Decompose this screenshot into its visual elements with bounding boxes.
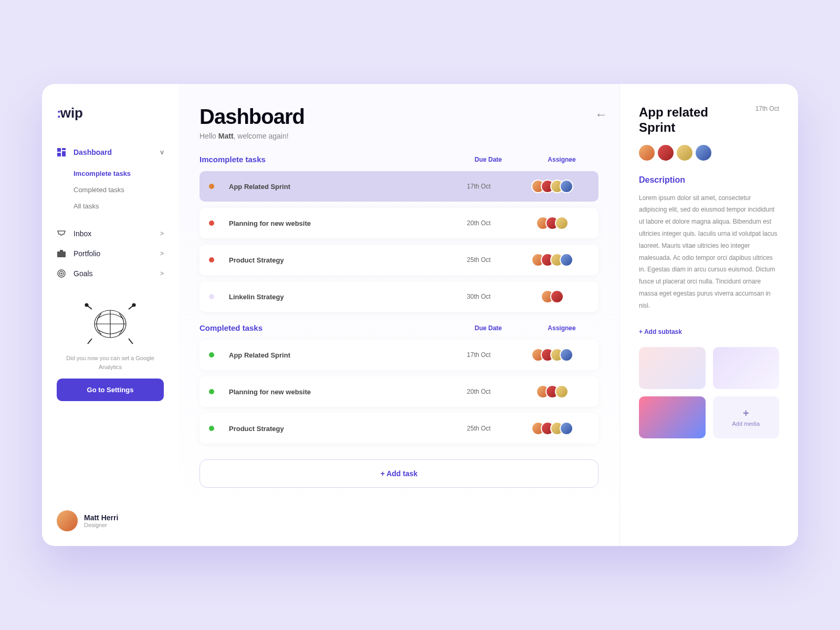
col-assignee-label: Assignee (525, 156, 598, 163)
task-row[interactable]: App Related Sprint17th Oct (200, 340, 598, 370)
chevron-right-icon: > (160, 230, 164, 237)
back-arrow-icon[interactable]: ← (595, 107, 607, 122)
task-assignees (516, 180, 589, 193)
task-name: App Related Sprint (229, 183, 442, 191)
incomplete-section-head: Imcomplete tasks Due Date Assignee (200, 155, 598, 164)
target-icon (57, 269, 66, 278)
svg-rect-0 (57, 148, 61, 152)
detail-assignees (639, 145, 779, 161)
sidebar-item-label: Goals (74, 269, 93, 278)
task-assignees (516, 253, 589, 267)
avatar (555, 216, 569, 230)
svg-rect-2 (62, 151, 66, 156)
svg-point-11 (132, 303, 135, 307)
status-dot (209, 352, 214, 358)
section-title: Imcomplete tasks (200, 155, 452, 164)
avatar (696, 145, 711, 161)
section-title: Completed tasks (200, 323, 452, 332)
media-thumbnail[interactable] (713, 347, 780, 389)
detail-title: App related Sprint (639, 105, 733, 135)
svg-rect-1 (62, 148, 66, 150)
svg-rect-3 (57, 153, 61, 156)
task-due: 20th Oct (442, 388, 516, 395)
chevron-right-icon: > (160, 250, 164, 257)
incomplete-task-list: App Related Sprint17th OctPlanning for n… (200, 171, 598, 312)
sidebar-item-portfolio[interactable]: Portfolio > (57, 244, 164, 264)
page-title: Dashboard (200, 105, 598, 129)
svg-point-8 (61, 273, 62, 274)
task-assignees (516, 385, 589, 398)
task-name: App Related Sprint (229, 351, 442, 359)
greeting: Hello Matt, welcome again! (200, 132, 598, 140)
main-content: Dashboard Hello Matt, welcome again! Imc… (178, 84, 620, 546)
sidebar-subnav: Imcomplete tasks Completed tasks All tas… (74, 165, 164, 214)
task-row[interactable]: Linkelin Strategy30th Oct (200, 281, 598, 312)
sidebar: :wip Dashboard v Imcomplete tasks Comple… (42, 84, 178, 546)
task-assignees (516, 422, 589, 435)
task-name: Planning for new website (229, 388, 442, 396)
go-to-settings-button[interactable]: Go to Settings (57, 379, 164, 401)
task-name: Product Strategy (229, 425, 442, 433)
add-task-button[interactable]: + Add task (200, 459, 598, 488)
user-role: Designer (84, 522, 118, 528)
chevron-right-icon: > (160, 270, 164, 277)
add-media-button[interactable]: + Add media (713, 396, 780, 438)
completed-task-list: App Related Sprint17th OctPlanning for n… (200, 340, 598, 444)
svg-rect-5 (60, 250, 63, 252)
avatar (560, 253, 573, 267)
task-assignees (516, 216, 589, 230)
task-assignees (516, 348, 589, 362)
completed-section-head: Completed tasks Due Date Assignee (200, 323, 598, 332)
detail-date: 17th Oct (755, 105, 779, 112)
add-subtask-button[interactable]: + Add subtask (639, 328, 682, 335)
task-due: 25th Oct (442, 425, 516, 432)
description-body: Lorem ipsum dolor sit amet, consectetur … (639, 192, 779, 312)
task-due: 25th Oct (442, 256, 516, 264)
task-due: 17th Oct (442, 351, 516, 359)
avatar (550, 290, 564, 303)
task-name: Linkelin Strategy (229, 293, 442, 301)
svg-rect-4 (57, 251, 66, 257)
subnav-completed[interactable]: Completed tasks (74, 182, 164, 198)
task-due: 20th Oct (442, 219, 516, 227)
avatar (560, 348, 573, 362)
media-thumbnail[interactable] (639, 347, 706, 389)
subnav-all[interactable]: All tasks (74, 198, 164, 214)
media-grid: + Add media (639, 347, 779, 438)
status-dot (209, 257, 214, 262)
task-due: 17th Oct (442, 183, 516, 190)
task-row[interactable]: App Related Sprint17th Oct (200, 171, 598, 202)
avatar (57, 510, 78, 531)
avatar (555, 385, 569, 398)
sidebar-item-label: Portfolio (74, 249, 100, 258)
user-card[interactable]: Matt Herri Designer (57, 498, 164, 531)
sidebar-item-label: Dashboard (74, 148, 112, 156)
task-row[interactable]: Planning for new website20th Oct (200, 208, 598, 238)
avatar (677, 145, 692, 161)
promo-text: Did you now you can set a Google Analyti… (57, 354, 164, 371)
task-name: Product Strategy (229, 256, 442, 264)
sidebar-item-inbox[interactable]: Inbox > (57, 224, 164, 244)
status-dot (209, 389, 214, 394)
sidebar-item-dashboard[interactable]: Dashboard v (57, 142, 164, 162)
col-assignee-label: Assignee (525, 324, 598, 332)
sidebar-item-label: Inbox (74, 229, 91, 238)
status-dot (209, 220, 214, 226)
avatar (560, 422, 573, 435)
subnav-incomplete[interactable]: Imcomplete tasks (74, 165, 164, 182)
grid-icon (57, 148, 66, 157)
chevron-down-icon: v (160, 149, 164, 156)
task-row[interactable]: Product Strategy25th Oct (200, 245, 598, 275)
sidebar-item-goals[interactable]: Goals > (57, 264, 164, 284)
col-due-label: Due Date (452, 156, 525, 163)
avatar (658, 145, 674, 161)
task-due: 30th Oct (442, 293, 516, 300)
inbox-icon (57, 229, 66, 238)
media-thumbnail[interactable] (639, 396, 706, 438)
task-row[interactable]: Product Strategy25th Oct (200, 413, 598, 444)
task-row[interactable]: Planning for new website20th Oct (200, 376, 598, 407)
logo: :wip (57, 105, 164, 121)
app-window: :wip Dashboard v Imcomplete tasks Comple… (42, 84, 798, 546)
user-name: Matt Herri (84, 513, 118, 522)
detail-panel: ← App related Sprint 17th Oct Descriptio… (620, 84, 798, 546)
